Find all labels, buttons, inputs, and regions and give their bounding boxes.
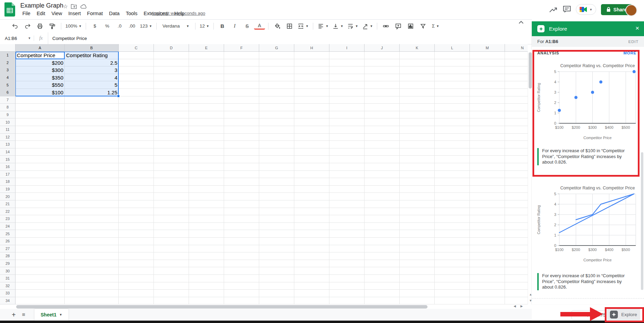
row-header-18[interactable]: 18 [0, 178, 15, 186]
redo-button[interactable] [22, 22, 33, 31]
cell-A3[interactable]: $300 [15, 66, 65, 74]
vertical-scrollbar-thumb[interactable] [529, 52, 532, 88]
row-header-5[interactable]: 5 [0, 81, 15, 89]
font-size-button[interactable]: 12▼ [199, 22, 210, 31]
column-headers[interactable]: ABCDEFGHIJKLMN [15, 44, 528, 52]
functions-button[interactable]: Σ▼ [430, 22, 441, 31]
row-header-9[interactable]: 9 [0, 111, 15, 119]
text-rotation-button[interactable]: ▼ [361, 22, 374, 31]
cell-B1[interactable]: Competitor Rating [65, 52, 119, 59]
column-header-m[interactable]: M [470, 44, 505, 52]
insert-chart-button[interactable] [405, 22, 416, 31]
horizontal-align-button[interactable]: ▼ [316, 22, 330, 31]
cell-A1[interactable]: Competitor Price [15, 52, 65, 59]
cell-A5[interactable]: $550 [15, 81, 65, 89]
cells-grid[interactable]: Competitor PriceCompetitor Rating$2002.5… [15, 52, 528, 304]
cloud-saved-icon[interactable] [80, 4, 87, 9]
meet-button[interactable]: ▼ [576, 4, 596, 15]
text-color-button[interactable]: A [254, 22, 265, 30]
row-header-23[interactable]: 23 [0, 215, 15, 223]
column-header-b[interactable]: B [65, 44, 119, 52]
last-edit-link[interactable]: Last edit was seconds ago [152, 11, 205, 16]
cell-B4[interactable]: 4 [65, 74, 119, 82]
row-header-28[interactable]: 28 [0, 252, 15, 260]
text-wrap-button[interactable]: ▼ [346, 22, 359, 31]
document-title[interactable]: Example Graph [20, 2, 63, 9]
more-link[interactable]: MORE [623, 51, 636, 55]
comment-history-icon[interactable] [563, 6, 571, 13]
row-header-3[interactable]: 3 [0, 66, 15, 74]
fill-color-button[interactable] [272, 22, 283, 31]
row-header-12[interactable]: 12 [0, 134, 15, 141]
cell-A2[interactable]: $200 [15, 59, 65, 67]
cell-A6[interactable]: $100 [15, 89, 65, 96]
column-header-h[interactable]: H [294, 44, 329, 52]
format-percent-button[interactable]: % [102, 22, 113, 31]
scatter-chart[interactable]: 012345$100$200$300$400$500Competitor Rat… [536, 62, 639, 141]
column-header-n[interactable]: N [505, 44, 528, 52]
row-header-1[interactable]: 1 [0, 52, 15, 59]
name-box[interactable]: A1:B6 ▼ [0, 36, 34, 41]
column-header-e[interactable]: E [189, 44, 224, 52]
column-header-d[interactable]: D [154, 44, 189, 52]
row-header-4[interactable]: 4 [0, 74, 15, 82]
cell-B5[interactable]: 5 [65, 81, 119, 89]
print-button[interactable] [34, 22, 45, 31]
cell-B2[interactable]: 2.5 [65, 59, 119, 67]
column-header-a[interactable]: A [15, 44, 65, 52]
row-header-17[interactable]: 17 [0, 171, 15, 178]
row-header-30[interactable]: 30 [0, 267, 15, 275]
sheet-tab[interactable]: Sheet1 ▼ [34, 309, 68, 321]
row-header-27[interactable]: 27 [0, 245, 15, 253]
row-headers[interactable]: 1234567891011121314151617181920212223242… [0, 52, 15, 304]
row-header-16[interactable]: 16 [0, 163, 15, 171]
menu-insert[interactable]: Insert [66, 10, 83, 17]
cell-B3[interactable]: 3 [65, 66, 119, 74]
menu-tools[interactable]: Tools [123, 10, 140, 17]
menu-data[interactable]: Data [107, 10, 122, 17]
menu-format[interactable]: Format [85, 10, 105, 17]
paint-format-button[interactable] [47, 22, 58, 31]
row-header-15[interactable]: 15 [0, 156, 15, 163]
row-header-10[interactable]: 10 [0, 118, 15, 126]
undo-button[interactable] [10, 22, 21, 31]
row-header-13[interactable]: 13 [0, 141, 15, 148]
row-header-33[interactable]: 33 [0, 290, 15, 297]
panel-scrollbar-thumb[interactable] [641, 152, 643, 290]
zoom-button[interactable]: 100%▼ [64, 22, 83, 31]
row-header-26[interactable]: 26 [0, 238, 15, 245]
row-header-29[interactable]: 29 [0, 260, 15, 268]
horizontal-scrollbar-thumb[interactable] [16, 305, 427, 309]
row-header-25[interactable]: 25 [0, 230, 15, 238]
font-family-button[interactable]: Verdana▼ [160, 22, 192, 31]
scroll-left-icon[interactable]: ◀ [514, 304, 516, 308]
row-header-2[interactable]: 2 [0, 59, 15, 67]
decrease-decimals-button[interactable]: .0 [114, 22, 125, 31]
vertical-align-button[interactable]: ▼ [331, 22, 345, 31]
column-header-g[interactable]: G [259, 44, 294, 52]
cell-B6[interactable]: 1.25 [65, 89, 119, 96]
add-sheet-button[interactable]: + [12, 311, 16, 319]
sheets-logo-icon[interactable] [4, 2, 15, 17]
formula-input[interactable]: Competitor Price [48, 32, 532, 44]
insert-comment-button[interactable] [393, 22, 404, 31]
row-header-14[interactable]: 14 [0, 148, 15, 156]
strikethrough-button[interactable]: S [242, 22, 253, 31]
menu-view[interactable]: View [49, 10, 64, 17]
row-header-7[interactable]: 7 [0, 96, 15, 104]
avatar[interactable] [625, 4, 637, 16]
row-header-6[interactable]: 6 [0, 89, 15, 96]
edit-range-link[interactable]: EDIT [629, 40, 638, 44]
row-header-32[interactable]: 32 [0, 282, 15, 290]
bold-button[interactable]: B [217, 22, 228, 31]
close-icon[interactable]: × [635, 24, 639, 32]
star-icon[interactable]: ☆ [63, 3, 68, 10]
column-header-l[interactable]: L [435, 44, 470, 52]
explore-button[interactable]: Explore [607, 309, 640, 320]
collapse-toolbar-icon[interactable] [518, 21, 524, 24]
column-header-i[interactable]: I [329, 44, 365, 52]
cell-A4[interactable]: $350 [15, 74, 65, 82]
horizontal-scrollbar[interactable] [15, 305, 511, 309]
line-chart[interactable]: 012345$100$200$300$400$500Competitor Rat… [536, 184, 639, 263]
select-all-corner[interactable] [0, 44, 15, 52]
